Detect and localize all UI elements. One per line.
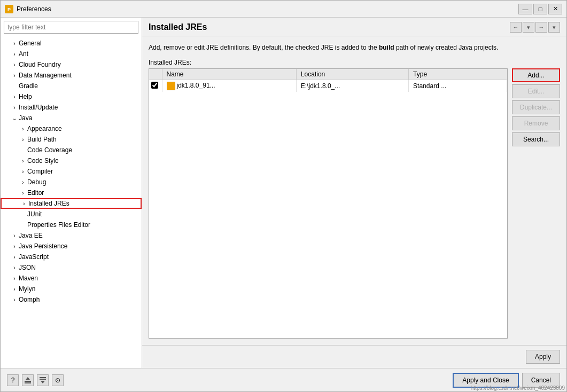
sidebar-item-label: JSON (19, 264, 36, 271)
sidebar-item-gradle[interactable]: Gradle (1, 81, 142, 91)
svg-rect-6 (40, 379, 46, 380)
arrow-icon (11, 40, 18, 46)
title-bar: P Preferences — □ ✕ (1, 1, 566, 18)
sidebar-item-java[interactable]: Java (1, 113, 142, 123)
sidebar-item-debug[interactable]: Debug (1, 177, 142, 187)
arrow-icon (11, 51, 18, 57)
preferences-window: P Preferences — □ ✕ General Ant (0, 0, 567, 392)
sidebar-item-code-coverage[interactable]: Code Coverage (1, 145, 142, 155)
col-location[interactable]: Location (296, 69, 408, 80)
search-button[interactable]: Search... (512, 132, 560, 146)
sidebar-item-label: Install/Update (19, 104, 58, 111)
panel-footer: Apply (142, 345, 566, 368)
sidebar-item-mylyn[interactable]: Mylyn (1, 284, 142, 294)
sidebar-item-editor[interactable]: Editor (1, 187, 142, 198)
table-row: jdk1.8.0_91... E:\jdk1.8.0_... Standard … (149, 80, 507, 92)
sidebar-item-javascript[interactable]: JavaScript (1, 252, 142, 262)
export-icon[interactable] (22, 374, 34, 386)
arrow-icon (20, 126, 26, 132)
arrow-icon (11, 243, 18, 249)
sidebar-item-label: Java EE (19, 232, 43, 239)
arrow-icon (11, 115, 18, 121)
minimize-button[interactable]: — (518, 4, 532, 14)
filter-input[interactable] (4, 21, 138, 34)
sidebar-item-junit[interactable]: JUnit (1, 209, 142, 219)
sidebar-item-label: Installed JREs (28, 200, 69, 207)
col-checkbox[interactable] (149, 69, 162, 80)
forward-button[interactable]: → (535, 22, 547, 33)
sidebar-item-compiler[interactable]: Compiler (1, 166, 142, 177)
table-container: Name Location Type (149, 68, 560, 339)
sidebar-item-java-persistence[interactable]: Java Persistence (1, 241, 142, 252)
window-controls: — □ ✕ (518, 4, 562, 14)
sidebar-item-oomph[interactable]: Oomph (1, 294, 142, 305)
sidebar-item-cloud-foundry[interactable]: Cloud Foundry (1, 59, 142, 70)
sidebar-item-java-ee[interactable]: Java EE (1, 230, 142, 241)
sidebar-item-label: Editor (27, 189, 44, 197)
sidebar-item-general[interactable]: General (1, 38, 142, 49)
main-content: General Ant Cloud Foundry Data Managemen… (1, 18, 566, 368)
spacer (20, 211, 26, 217)
sidebar-item-label: Build Path (27, 136, 57, 143)
row-checkbox-cell[interactable] (149, 80, 162, 92)
arrow-icon (11, 61, 18, 68)
sidebar-item-label: Debug (27, 178, 46, 186)
forward-dropdown[interactable]: ▾ (548, 22, 560, 33)
sidebar-item-label: Code Style (27, 157, 59, 164)
spacer (11, 83, 18, 89)
back-button[interactable]: ← (510, 22, 522, 33)
row-checkbox[interactable] (151, 82, 158, 89)
arrow-icon (11, 264, 18, 271)
sidebar: General Ant Cloud Foundry Data Managemen… (1, 18, 142, 368)
jre-table: Name Location Type (149, 69, 507, 92)
svg-marker-7 (41, 381, 45, 383)
sidebar-item-install-update[interactable]: Install/Update (1, 102, 142, 113)
apply-button[interactable]: Apply (526, 350, 560, 364)
sidebar-item-ant[interactable]: Ant (1, 49, 142, 59)
sidebar-item-installed-jres[interactable]: Installed JREs (1, 198, 142, 209)
arrow-icon (11, 296, 18, 303)
col-type[interactable]: Type (409, 69, 507, 80)
sidebar-item-code-style[interactable]: Code Style (1, 155, 142, 166)
sidebar-item-properties-files-editor[interactable]: Properties Files Editor (1, 219, 142, 230)
url-hint: https://blog.csdn.net/weixm_402423809 (471, 385, 565, 391)
maximize-button[interactable]: □ (533, 4, 547, 14)
arrow-icon (11, 104, 18, 111)
bottom-left-icons: ? ⊙ (7, 374, 64, 386)
sidebar-item-label: JavaScript (19, 253, 49, 261)
arrow-icon (20, 179, 26, 185)
panel-header: Installed JREs ← ▾ → ▾ (142, 18, 566, 36)
spacer (20, 147, 26, 153)
description-text: Add, remove or edit JRE definitions. By … (149, 43, 560, 52)
close-button[interactable]: ✕ (548, 4, 562, 14)
svg-rect-5 (40, 377, 46, 378)
sidebar-item-data-management[interactable]: Data Management (1, 70, 142, 81)
sidebar-item-maven[interactable]: Maven (1, 273, 142, 284)
sidebar-item-label: JUnit (27, 210, 42, 218)
nav-dropdown[interactable]: ▾ (523, 22, 534, 33)
col-name[interactable]: Name (162, 69, 296, 80)
panel-body: Add, remove or edit JRE definitions. By … (142, 36, 566, 345)
edit-button[interactable]: Edit... (512, 84, 560, 98)
svg-marker-4 (26, 377, 30, 380)
jre-icon (167, 82, 175, 90)
remove-button[interactable]: Remove (512, 116, 560, 130)
table-header-row: Name Location Type (149, 69, 507, 80)
add-button[interactable]: Add... (512, 68, 560, 82)
arrow-icon (11, 254, 18, 260)
sidebar-item-build-path[interactable]: Build Path (1, 134, 142, 145)
sidebar-item-json[interactable]: JSON (1, 262, 142, 273)
sidebar-item-help[interactable]: Help (1, 91, 142, 102)
sidebar-item-label: Data Management (19, 72, 72, 79)
svg-text:P: P (7, 7, 11, 12)
arrow-icon (20, 168, 26, 175)
row-location: E:\jdk1.8.0_... (296, 80, 408, 92)
installed-label: Installed JREs: (149, 59, 560, 66)
duplicate-button[interactable]: Duplicate... (512, 100, 560, 114)
import-icon[interactable] (37, 374, 49, 386)
sidebar-item-label: General (19, 40, 42, 47)
sidebar-item-label: Properties Files Editor (27, 221, 90, 229)
sidebar-item-appearance[interactable]: Appearance (1, 123, 142, 134)
help-icon[interactable]: ? (7, 374, 19, 386)
settings-icon[interactable]: ⊙ (52, 374, 64, 386)
